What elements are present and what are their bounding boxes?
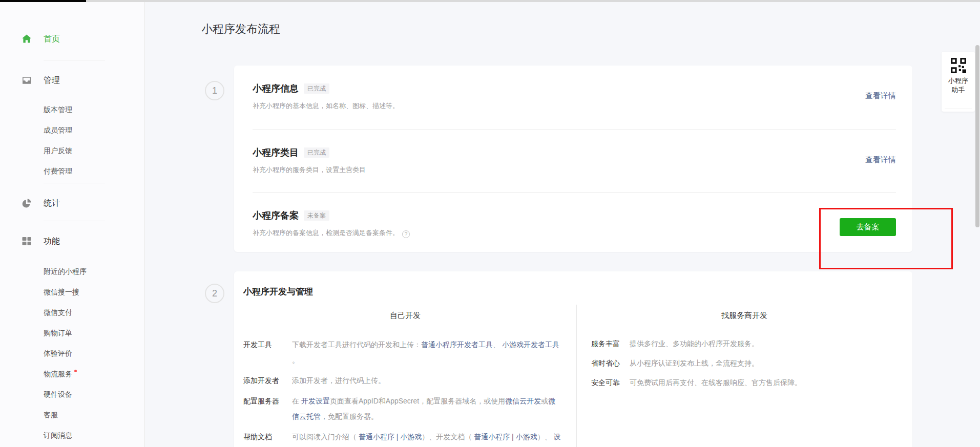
section-title: 小程序开发与管理 [243,286,912,297]
sidebar-item-label: 统计 [44,198,60,209]
row-miniprogram-beian: 小程序备案 未备案 补充小程序的备案信息，检测是否满足备案条件。? 去备案 [234,193,912,252]
row-help-docs: 帮助文档 可以阅读入门介绍（ 普通小程序 | 小游戏）、开发文档（ 普通小程序 … [234,429,576,447]
row-description: 补充小程序的备案信息，检测是否满足备案条件。 [253,229,399,237]
link-cloud-dev[interactable]: 微信云开发 [505,397,541,405]
row-configure-server: 配置服务器 在 开发设置页面查看AppID和AppSecret，配置服务器域名，… [234,393,576,424]
sidebar-divider [44,221,105,221]
status-badge: 已完成 [304,147,329,158]
row-divider [253,193,896,193]
row-title: 小程序类目 [253,146,299,159]
develop-manage-card: 小程序开发与管理 自己开发 开发工具 下载开发者工具进行代码的开发和上传：普通小… [234,271,912,447]
sidebar-item-logistics-service[interactable]: 物流服务 [0,364,144,385]
sidebar-divider [44,183,105,183]
sidebar-item-wechat-search[interactable]: 微信搜一搜 [0,282,144,303]
sidebar-item-label: 首页 [44,34,60,45]
new-badge-dot [74,370,77,372]
row-label: 安全可靠 [591,375,630,390]
view-details-link[interactable]: 查看详情 [865,155,896,165]
home-icon [22,34,32,44]
sidebar-item-wechat-pay[interactable]: 微信支付 [0,303,144,323]
link-separator: | [510,433,515,441]
row-dev-tools: 开发工具 下载开发者工具进行代码的开发和上传：普通小程序开发者工具、 小游戏开发… [234,337,576,368]
sidebar-item-home[interactable]: 首页 [0,33,144,45]
top-loading-bar [0,0,980,2]
sidebar: 首页 管理 版本管理 成员管理 用户反馈 付费管理 统计 [0,2,145,447]
sidebar-item-version-management[interactable]: 版本管理 [0,100,144,120]
assistant-label-line1: 小程序 [948,76,968,86]
row-label: 添加开发者 [243,373,292,388]
sidebar-divider [44,60,105,60]
row-label: 省时省心 [591,355,630,371]
inbox-icon [22,75,32,86]
miniprogram-assistant-panel[interactable]: 小程序 助手 [942,52,975,112]
row-description: 补充小程序的服务类目，设置主营类目 [253,165,896,175]
link-miniprogram-devtools[interactable]: 普通小程序开发者工具 [421,340,493,349]
row-add-developer: 添加开发者 添加开发者，进行代码上传。 [234,373,576,388]
sidebar-item-shopping-orders[interactable]: 购物订单 [0,323,144,344]
go-beian-button[interactable]: 去备案 [840,218,896,236]
sidebar-item-manage[interactable]: 管理 [0,74,144,87]
row-divider [253,130,896,130]
sidebar-item-features[interactable]: 功能 [0,235,144,247]
publish-steps-card: 小程序信息 已完成 补充小程序的基本信息，如名称、图标、描述等。 查看详情 小程… [234,66,912,252]
row-label: 服务丰富 [591,336,630,351]
grid-icon [22,236,32,246]
status-badge: 已完成 [304,83,329,94]
vertical-scrollbar-thumb[interactable] [975,45,979,227]
sidebar-item-user-feedback[interactable]: 用户反馈 [0,141,144,161]
status-badge: 未备案 [304,210,329,221]
assistant-label-line2: 助手 [952,86,965,95]
link-docs-miniprogram[interactable]: 普通小程序 [474,433,510,441]
sidebar-item-customer-service[interactable]: 客服 [0,405,144,425]
link-minigame-devtools[interactable]: 小游戏开发者工具 [502,340,559,349]
link-dev-settings[interactable]: 开发设置 [301,397,330,405]
row-rich-services: 服务丰富 提供多行业、多功能的小程序开发服务。 [577,336,912,351]
sidebar-item-hardware-device[interactable]: 硬件设备 [0,385,144,405]
page-title: 小程序发布流程 [201,22,280,37]
row-miniprogram-info: 小程序信息 已完成 补充小程序的基本信息，如名称、图标、描述等。 查看详情 [234,66,912,130]
pie-chart-icon [22,198,32,208]
row-title: 小程序备案 [253,209,299,222]
sidebar-item-experience-review[interactable]: 体验评价 [0,344,144,364]
sidebar-sublist-manage: 版本管理 成员管理 用户反馈 付费管理 [0,100,144,182]
link-docs-minigame[interactable]: 小游戏 [516,433,537,441]
row-save-time: 省时省心 从小程序认证到发布上线，全流程支持。 [577,355,912,371]
row-title: 小程序信息 [253,82,299,95]
sidebar-sublist-features: 附近的小程序 微信搜一搜 微信支付 购物订单 体验评价 物流服务 硬件设备 客服… [0,262,144,446]
link-separator: | [394,433,400,441]
sidebar-item-member-management[interactable]: 成员管理 [0,120,144,141]
sidebar-item-label: 管理 [44,75,60,86]
sidebar-item-nearby-miniprogram[interactable]: 附近的小程序 [0,262,144,282]
step-1-number: 1 [205,81,224,100]
question-circle-icon[interactable]: ? [402,230,410,238]
row-description: 补充小程序的基本信息，如名称、图标、描述等。 [253,101,896,111]
sidebar-item-payment-management[interactable]: 付费管理 [0,161,144,182]
step-2-number: 2 [205,284,224,303]
row-label: 配置服务器 [243,393,292,424]
view-details-link[interactable]: 查看详情 [865,91,896,101]
column-header: 找服务商开发 [577,311,912,321]
sidebar-item-subscribe-message[interactable]: 订阅消息 [0,425,144,446]
row-label: 开发工具 [243,337,292,368]
row-safe-reliable: 安全可靠 可免费试用后再支付、在线客服响应、官方售后保障。 [577,375,912,390]
link-intro-minigame[interactable]: 小游戏 [400,433,422,441]
sidebar-item-label: 功能 [44,236,60,247]
row-label: 帮助文档 [243,429,292,447]
sidebar-item-statistics[interactable]: 统计 [0,197,144,209]
self-develop-column: 自己开发 开发工具 下载开发者工具进行代码的开发和上传：普通小程序开发者工具、 … [234,305,576,447]
qr-code-icon [951,58,966,73]
assistant-panel-divider [945,109,972,109]
column-header: 自己开发 [234,311,576,321]
link-intro-miniprogram[interactable]: 普通小程序 [359,433,394,441]
vendor-develop-column: 找服务商开发 服务丰富 提供多行业、多功能的小程序开发服务。 省时省心 从小程序… [576,305,912,447]
row-miniprogram-category: 小程序类目 已完成 补充小程序的服务类目，设置主营类目 查看详情 [234,130,912,193]
